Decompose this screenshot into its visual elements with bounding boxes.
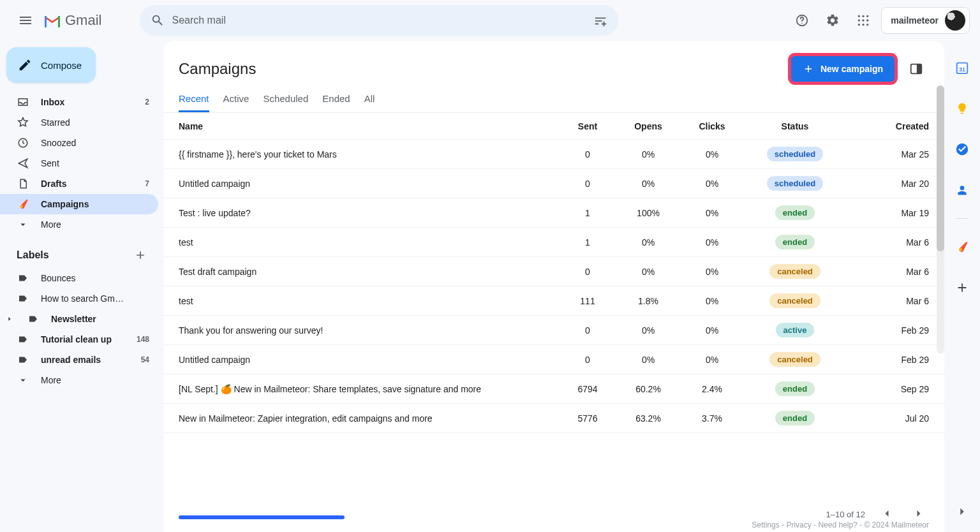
tab-recent[interactable]: Recent	[179, 93, 209, 112]
vertical-scrollbar[interactable]	[937, 85, 944, 353]
scrollbar-thumb[interactable]	[937, 85, 944, 251]
settings-button[interactable]	[820, 8, 845, 33]
footer-text: Settings - Privacy - Need help? - © 2024…	[752, 521, 929, 529]
svg-point-12	[20, 205, 24, 209]
cell-name: test	[179, 237, 559, 248]
label-icon	[17, 334, 29, 345]
label-item[interactable]: Tutorial clean up148	[0, 329, 158, 350]
label-item[interactable]: More	[0, 370, 158, 390]
cell-clicks: 3.7%	[680, 413, 744, 424]
search-bar[interactable]	[140, 5, 618, 36]
label-text: Bounces	[41, 273, 75, 283]
split-pane-icon	[909, 62, 923, 76]
plus-icon	[955, 281, 969, 295]
svg-point-9	[863, 24, 865, 26]
label-item[interactable]: How to search Gmail by ...	[0, 288, 158, 309]
table-row[interactable]: Test draft campaign00%0%canceledMar 6	[163, 257, 944, 286]
account-switcher[interactable]: mailmeteor	[881, 7, 970, 34]
compose-label: Compose	[41, 60, 82, 71]
search-input[interactable]	[170, 14, 588, 27]
sidebar-item-more[interactable]: More	[0, 214, 158, 235]
contacts-app-button[interactable]	[949, 177, 975, 203]
label-text: Newsletter	[51, 314, 96, 324]
chevron-left-icon	[880, 507, 893, 520]
mailmeteor-app-button[interactable]	[949, 234, 975, 260]
tasks-app-button[interactable]	[949, 137, 975, 162]
table-row[interactable]: [NL Sept.] 🍊 New in Mailmeteor: Share te…	[163, 374, 944, 404]
table-row[interactable]: Untitled campaign00%0%scheduledMar 20	[163, 169, 944, 198]
status-badge: canceled	[769, 264, 820, 279]
gear-icon	[826, 13, 840, 27]
cell-sent: 0	[559, 355, 616, 365]
get-addons-button[interactable]	[949, 275, 975, 300]
gmail-logo[interactable]: Gmail	[43, 12, 101, 29]
cell-clicks: 0%	[680, 355, 744, 365]
table-row[interactable]: Test : live update?1100%0%endedMar 19	[163, 198, 944, 228]
search-button[interactable]	[145, 8, 170, 33]
table-row[interactable]: Untitled campaign00%0%canceledFeb 29	[163, 345, 944, 374]
sidebar-item-snoozed[interactable]: Snoozed	[0, 133, 158, 153]
cell-status: active	[744, 323, 846, 337]
calendar-app-button[interactable]: 31	[949, 55, 975, 80]
sidebar-item-inbox[interactable]: Inbox2	[0, 92, 158, 112]
tab-ended[interactable]: Ended	[322, 93, 350, 112]
sidebar-item-starred[interactable]: Starred	[0, 112, 158, 133]
snoozed-icon	[17, 137, 29, 149]
expand-icon[interactable]	[6, 314, 15, 324]
compose-button[interactable]: Compose	[6, 47, 96, 83]
cell-created: Mar 19	[846, 208, 929, 218]
add-label-button[interactable]	[131, 246, 149, 264]
label-item[interactable]: Newsletter	[0, 309, 158, 329]
table-row[interactable]: New in Mailmeteor: Zapier integration, e…	[163, 404, 944, 433]
table-row[interactable]: test10%0%endedMar 6	[163, 228, 944, 257]
cell-sent: 1	[559, 208, 616, 218]
label-icon	[17, 293, 29, 304]
campaigns-table: Name Sent Opens Clicks Status Created {{…	[163, 112, 944, 497]
search-options-button[interactable]	[588, 8, 613, 33]
status-badge: scheduled	[767, 176, 823, 191]
account-label: mailmeteor	[891, 15, 939, 26]
pager-text: 1–10 of 12	[826, 510, 865, 519]
new-campaign-button[interactable]: New campaign	[791, 56, 895, 82]
svg-point-1	[801, 23, 803, 24]
plus-icon	[803, 63, 814, 75]
plus-icon	[134, 249, 147, 262]
campaign-tabs: RecentActiveScheduledEndedAll	[163, 82, 944, 112]
tab-scheduled[interactable]: Scheduled	[263, 93, 308, 112]
table-row[interactable]: Thank you for answering our survey!00%0%…	[163, 316, 944, 345]
tab-active[interactable]: Active	[223, 93, 249, 112]
sidebar-item-drafts[interactable]: Drafts7	[0, 174, 158, 194]
table-row[interactable]: {{ firstname }}, here's your ticket to M…	[163, 140, 944, 169]
support-button[interactable]	[789, 8, 815, 33]
cell-name: Test : live update?	[179, 208, 559, 218]
main-menu-button[interactable]	[10, 5, 41, 36]
layout-toggle-button[interactable]	[903, 56, 929, 82]
page-title: Campaigns	[179, 60, 256, 78]
cell-opens: 100%	[616, 208, 680, 218]
campaigns-icon	[17, 198, 29, 210]
keep-app-button[interactable]	[949, 96, 975, 121]
svg-point-6	[863, 19, 865, 21]
cell-status: ended	[744, 381, 846, 396]
keep-icon	[956, 101, 969, 115]
tab-all[interactable]: All	[364, 93, 375, 112]
sidebar-item-campaigns[interactable]: Campaigns	[0, 194, 158, 214]
label-item[interactable]: unread emails54	[0, 350, 158, 370]
sidebar-item-sent[interactable]: Sent	[0, 153, 158, 174]
cell-name: [NL Sept.] 🍊 New in Mailmeteor: Share te…	[179, 384, 559, 394]
label-item[interactable]: Bounces	[0, 268, 158, 288]
svg-point-7	[866, 19, 868, 21]
sidebar-item-label: Snoozed	[41, 138, 76, 148]
google-apps-button[interactable]	[850, 8, 876, 33]
gmail-logo-text: Gmail	[65, 12, 101, 29]
cell-status: canceled	[744, 264, 846, 279]
cell-created: Feb 29	[846, 325, 929, 336]
side-panel-collapse-button[interactable]	[951, 500, 974, 523]
table-row[interactable]: test1111.8%0%canceledMar 6	[163, 286, 944, 316]
svg-point-18	[959, 248, 962, 251]
cell-status: ended	[744, 235, 846, 249]
person-icon	[956, 184, 969, 196]
label-icon	[17, 272, 29, 284]
cell-sent: 1	[559, 237, 616, 248]
svg-text:31: 31	[959, 66, 965, 73]
